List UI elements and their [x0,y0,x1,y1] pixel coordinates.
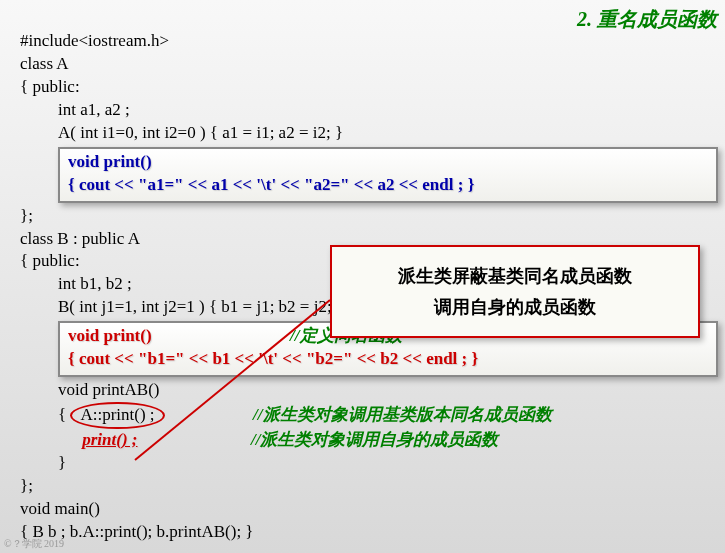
code-line: void printAB() [58,379,718,402]
code-line: class A [20,53,718,76]
code-line: A( int i1=0, int i2=0 ) { a1 = i1; a2 = … [58,122,718,145]
callout-line: 调用自身的成员函数 [342,292,688,323]
highlight-box-a: void print() { cout << "a1=" << a1 << '\… [58,147,718,203]
code-line-row: { A::print() ; //派生类对象调用基类版本同名成员函数 [58,402,718,429]
code-line: }; [20,475,718,498]
comment: //派生类对象调用基类版本同名成员函数 [253,405,551,424]
code-line: int a1, a2 ; [58,99,718,122]
code-line: void main() [20,498,718,521]
code-line: { public: [20,76,718,99]
footer-watermark: ©？学院 2019 [4,537,64,551]
print-self-call: print() ; [82,430,137,449]
code-line-row: print() ; //派生类对象调用自身的成员函数 [58,429,718,452]
code-line: }; [20,205,718,228]
red-oval-call: A::print() ; [70,402,164,429]
code-text: { [58,405,70,424]
code-line: void print() [68,326,152,345]
code-line: #include<iostream.h> [20,30,718,53]
code-line: } [58,452,718,475]
slide-title: 2. 重名成员函数 [577,6,717,33]
code-line: { cout << "a1=" << a1 << '\t' << "a2=" <… [68,174,708,197]
code-line: { cout << "b1=" << b1 << '\t' << "b2=" <… [68,348,708,371]
callout-line: 派生类屏蔽基类同名成员函数 [342,261,688,292]
callout-box: 派生类屏蔽基类同名成员函数 调用自身的成员函数 [330,245,700,338]
code-line: void print() [68,151,708,174]
comment: //派生类对象调用自身的成员函数 [251,430,498,449]
code-line: { B b ; b.A::print(); b.printAB(); } [20,521,718,544]
